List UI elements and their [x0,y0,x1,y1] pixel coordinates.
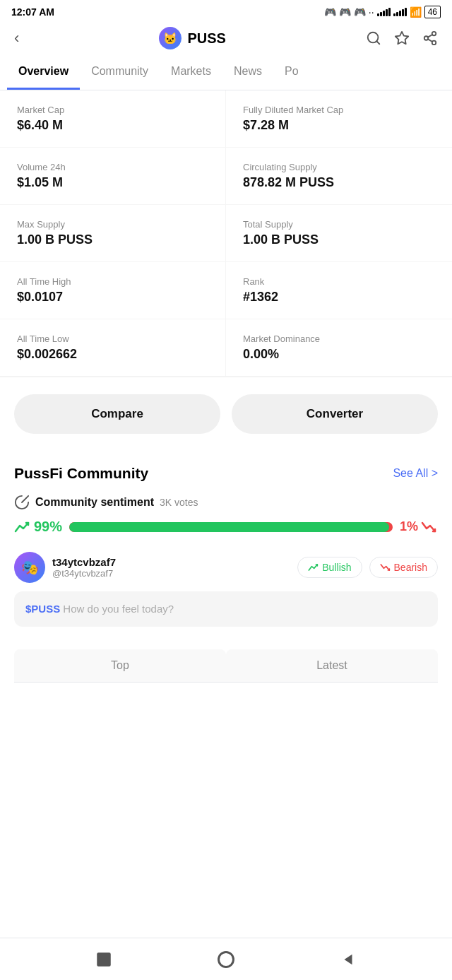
stat-atl: All Time Low $0.002662 [0,319,226,377]
vote-buttons: Bullish Bearish [297,557,438,578]
header-right [366,30,438,46]
header-center: 🐱 PUSS [19,27,366,49]
svg-line-6 [428,39,432,42]
tab-news[interactable]: News [222,55,273,90]
status-icons: 🎮 🎮 🎮 ·· 📶 46 [324,6,441,18]
signal-bar-2 [393,8,407,16]
circle-icon [216,950,236,969]
tab-markets[interactable]: Markets [160,55,222,90]
svg-point-9 [218,952,233,967]
back-arrow-icon: ‹ [14,29,19,47]
nav-tabs: Overview Community Markets News Po [0,55,452,90]
stat-label-circ-supply: Circulating Supply [243,162,435,172]
stat-value-circ-supply: 878.82 M PUSS [243,175,435,190]
post-placeholder: $PUSS How do you feel today? [25,603,174,615]
coin-avatar: 🐱 [159,27,182,49]
svg-line-7 [428,35,432,37]
tab-latest[interactable]: Latest [226,649,438,682]
game-icon-3: 🎮 [354,6,366,18]
stat-value-volume: $1.05 M [17,175,208,190]
header-title: PUSS [187,30,225,47]
sentiment-label: Community sentiment [35,496,154,509]
game-icon-1: 🎮 [324,6,336,18]
svg-line-1 [376,41,379,44]
bullish-vote-icon [308,562,319,572]
game-icon-2: 🎮 [339,6,351,18]
home-nav-button[interactable] [93,948,115,971]
stat-label-max-supply: Max Supply [17,219,208,230]
stat-value-fdmc: $7.28 M [243,118,435,133]
share-icon [422,30,438,46]
community-title: PussFi Community [14,465,148,482]
stat-volume: Volume 24h $1.05 M [0,148,226,205]
community-section: PussFi Community See All > Community sen… [0,451,452,535]
share-button[interactable] [422,30,438,46]
section-header: PussFi Community See All > [14,465,438,482]
bullish-button[interactable]: Bullish [297,557,362,578]
battery-icon: 46 [424,6,441,18]
compare-button[interactable]: Compare [14,394,220,434]
back-triangle-icon [340,952,356,967]
signal-bar-1 [377,8,391,16]
stat-label-ath: All Time High [17,276,208,287]
back-nav-button[interactable] [337,948,359,971]
stat-label-market-cap: Market Cap [17,105,208,115]
star-icon [394,30,410,46]
bearish-trend-icon [421,520,438,534]
stat-max-supply: Max Supply 1.00 B PUSS [0,205,226,262]
tab-portfolio[interactable]: Po [273,55,310,90]
stat-label-fdmc: Fully Diluted Market Cap [243,105,435,115]
stat-label-atl: All Time Low [17,333,208,344]
content-area: Market Cap $6.40 M Fully Diluted Market … [0,90,452,683]
sentiment-bar [69,522,393,532]
wifi-icon: 📶 [410,6,422,18]
search-button[interactable] [366,30,381,46]
stat-value-ath: $0.0107 [17,290,208,305]
svg-marker-10 [345,954,352,964]
back-button[interactable]: ‹ [14,29,19,47]
bullish-percentage: 99% [14,519,62,535]
stat-circulating-supply: Circulating Supply 878.82 M PUSS [226,148,452,205]
user-row: 🎭 t34ytcvbzaf7 @t34ytcvbzaf7 Bullish [0,552,452,591]
user-post-area: 🎭 t34ytcvbzaf7 @t34ytcvbzaf7 Bullish [0,552,452,638]
stat-label-total-supply: Total Supply [243,219,435,230]
stat-value-rank: #1362 [243,290,435,305]
user-details: t34ytcvbzaf7 @t34ytcvbzaf7 [52,556,116,579]
stat-value-atl: $0.002662 [17,347,208,362]
user-avatar: 🎭 [14,552,45,583]
stat-label-volume: Volume 24h [17,162,208,172]
sentiment-icon [14,495,30,510]
bottom-nav [0,938,452,980]
status-time: 12:07 AM [11,6,54,18]
see-all-link[interactable]: See All > [393,467,438,480]
bearish-percentage: 1% [400,519,438,534]
stat-label-rank: Rank [243,276,435,287]
bearish-button[interactable]: Bearish [369,557,438,578]
stat-value-dominance: 0.00% [243,347,435,362]
tab-overview[interactable]: Overview [7,55,80,90]
stat-label-dominance: Market Dominance [243,333,435,344]
tab-community[interactable]: Community [80,55,160,90]
svg-marker-2 [396,32,408,44]
stats-grid: Market Cap $6.40 M Fully Diluted Market … [0,90,452,377]
header: ‹ 🐱 PUSS [0,21,452,55]
watchlist-button[interactable] [394,30,410,46]
action-buttons: Compare Converter [0,377,452,451]
user-name: t34ytcvbzaf7 [52,556,116,568]
post-input-area[interactable]: $PUSS How do you feel today? [14,591,438,627]
circle-nav-button[interactable] [215,948,237,971]
converter-button[interactable]: Converter [232,394,438,434]
bullish-trend-icon [14,520,31,534]
sentiment-row: 99% 1% [14,519,438,535]
stat-fully-diluted-cap: Fully Diluted Market Cap $7.28 M [226,90,452,148]
stat-value-max-supply: 1.00 B PUSS [17,232,208,247]
stat-value-total-supply: 1.00 B PUSS [243,232,435,247]
stat-ath: All Time High $0.0107 [0,262,226,319]
search-icon [366,30,381,46]
user-handle: @t34ytcvbzaf7 [52,568,116,579]
tab-top[interactable]: Top [14,649,226,682]
votes-badge: 3K votes [160,497,198,508]
user-info: 🎭 t34ytcvbzaf7 @t34ytcvbzaf7 [14,552,116,583]
status-bar: 12:07 AM 🎮 🎮 🎮 ·· 📶 46 [0,0,452,21]
more-dots: ·· [369,6,374,18]
